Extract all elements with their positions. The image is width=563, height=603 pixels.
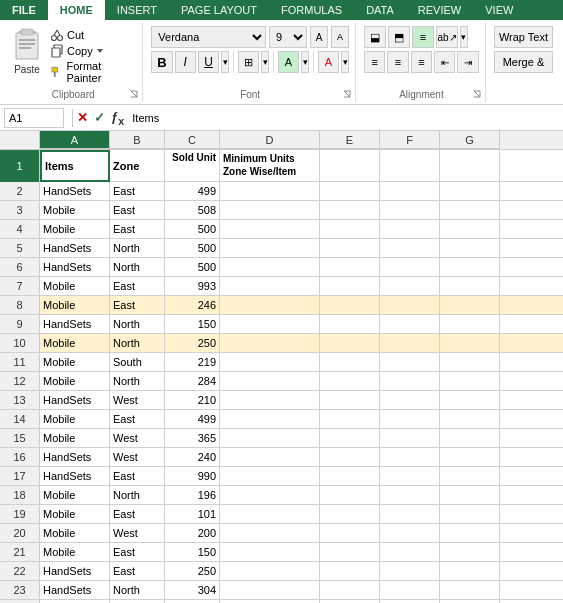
cell-g22[interactable] [440, 562, 500, 580]
cell-f19[interactable] [380, 505, 440, 523]
row-number[interactable]: 20 [0, 524, 40, 542]
cell-d3[interactable] [220, 201, 320, 219]
cell-a22[interactable]: HandSets [40, 562, 110, 580]
cell-c19[interactable]: 101 [165, 505, 220, 523]
cell-b5[interactable]: North [110, 239, 165, 257]
row-number[interactable]: 15 [0, 429, 40, 447]
cell-b2[interactable]: East [110, 182, 165, 200]
cell-e9[interactable] [320, 315, 380, 333]
cell-c23[interactable]: 304 [165, 581, 220, 599]
tab-home[interactable]: HOME [48, 0, 105, 20]
paste-button[interactable]: Paste [10, 26, 44, 75]
cell-f7[interactable] [380, 277, 440, 295]
cell-d13[interactable] [220, 391, 320, 409]
cell-b11[interactable]: South [110, 353, 165, 371]
underline-button[interactable]: U [198, 51, 219, 73]
cell-g7[interactable] [440, 277, 500, 295]
cell-a15[interactable]: Mobile [40, 429, 110, 447]
col-header-b[interactable]: B [110, 131, 165, 149]
cell-d10[interactable] [220, 334, 320, 352]
align-center-button[interactable]: ≡ [387, 51, 408, 73]
tab-data[interactable]: DATA [354, 0, 406, 20]
cell-e20[interactable] [320, 524, 380, 542]
cell-b16[interactable]: West [110, 448, 165, 466]
tab-insert[interactable]: INSERT [105, 0, 169, 20]
cell-c3[interactable]: 508 [165, 201, 220, 219]
cell-g4[interactable] [440, 220, 500, 238]
cell-f18[interactable] [380, 486, 440, 504]
cell-c21[interactable]: 150 [165, 543, 220, 561]
cell-g1[interactable] [440, 150, 500, 182]
cell-b18[interactable]: North [110, 486, 165, 504]
cell-f10[interactable] [380, 334, 440, 352]
col-header-d[interactable]: D [220, 131, 320, 149]
cell-f17[interactable] [380, 467, 440, 485]
cell-f16[interactable] [380, 448, 440, 466]
cell-a2[interactable]: HandSets [40, 182, 110, 200]
row-number[interactable]: 21 [0, 543, 40, 561]
cell-e19[interactable] [320, 505, 380, 523]
cell-b9[interactable]: North [110, 315, 165, 333]
cell-g21[interactable] [440, 543, 500, 561]
cell-b10[interactable]: North [110, 334, 165, 352]
row-number[interactable]: 22 [0, 562, 40, 580]
cell-d17[interactable] [220, 467, 320, 485]
cell-g9[interactable] [440, 315, 500, 333]
row-number[interactable]: 19 [0, 505, 40, 523]
insert-function-icon[interactable]: ƒx [111, 109, 124, 127]
cell-e18[interactable] [320, 486, 380, 504]
tab-review[interactable]: REVIEW [406, 0, 473, 20]
row-number[interactable]: 3 [0, 201, 40, 219]
cell-f12[interactable] [380, 372, 440, 390]
cell-b14[interactable]: East [110, 410, 165, 428]
cell-g23[interactable] [440, 581, 500, 599]
cell-g6[interactable] [440, 258, 500, 276]
row-number[interactable]: 6 [0, 258, 40, 276]
merge-center-button[interactable]: Merge & [494, 51, 553, 73]
cell-a6[interactable]: HandSets [40, 258, 110, 276]
cell-c18[interactable]: 196 [165, 486, 220, 504]
cell-e8[interactable] [320, 296, 380, 314]
cell-g18[interactable] [440, 486, 500, 504]
border-button[interactable]: ⊞ [238, 51, 259, 73]
tab-view[interactable]: VIEW [473, 0, 525, 20]
wrap-text-button[interactable]: Wrap Text [494, 26, 553, 48]
cell-d19[interactable] [220, 505, 320, 523]
cell-a17[interactable]: HandSets [40, 467, 110, 485]
col-header-g[interactable]: G [440, 131, 500, 149]
row-number[interactable]: 13 [0, 391, 40, 409]
cell-f9[interactable] [380, 315, 440, 333]
cell-c20[interactable]: 200 [165, 524, 220, 542]
cell-b3[interactable]: East [110, 201, 165, 219]
cell-e22[interactable] [320, 562, 380, 580]
orientation-button[interactable]: ab↗ [436, 26, 458, 48]
cell-c12[interactable]: 284 [165, 372, 220, 390]
cell-c1[interactable]: Sold Unit [165, 150, 220, 182]
cell-e21[interactable] [320, 543, 380, 561]
cell-a3[interactable]: Mobile [40, 201, 110, 219]
cell-c17[interactable]: 990 [165, 467, 220, 485]
cell-b17[interactable]: East [110, 467, 165, 485]
increase-indent-button[interactable]: ⇥ [457, 51, 478, 73]
align-left-button[interactable]: ≡ [364, 51, 385, 73]
row-number[interactable]: 4 [0, 220, 40, 238]
tab-file[interactable]: FILE [0, 0, 48, 20]
cell-d7[interactable] [220, 277, 320, 295]
cell-e23[interactable] [320, 581, 380, 599]
decrease-indent-button[interactable]: ⇤ [434, 51, 455, 73]
row-number[interactable]: 23 [0, 581, 40, 599]
cell-d21[interactable] [220, 543, 320, 561]
cell-g14[interactable] [440, 410, 500, 428]
cell-d14[interactable] [220, 410, 320, 428]
cell-a14[interactable]: Mobile [40, 410, 110, 428]
cell-e13[interactable] [320, 391, 380, 409]
cell-d9[interactable] [220, 315, 320, 333]
italic-button[interactable]: I [175, 51, 196, 73]
row-number[interactable]: 12 [0, 372, 40, 390]
font-size-select[interactable]: 9 [269, 26, 307, 48]
cell-b6[interactable]: North [110, 258, 165, 276]
cell-b8[interactable]: East [110, 296, 165, 314]
underline-dropdown[interactable]: ▾ [221, 51, 229, 73]
cancel-formula-icon[interactable]: ✕ [77, 110, 88, 125]
font-name-select[interactable]: Verdana [151, 26, 266, 48]
